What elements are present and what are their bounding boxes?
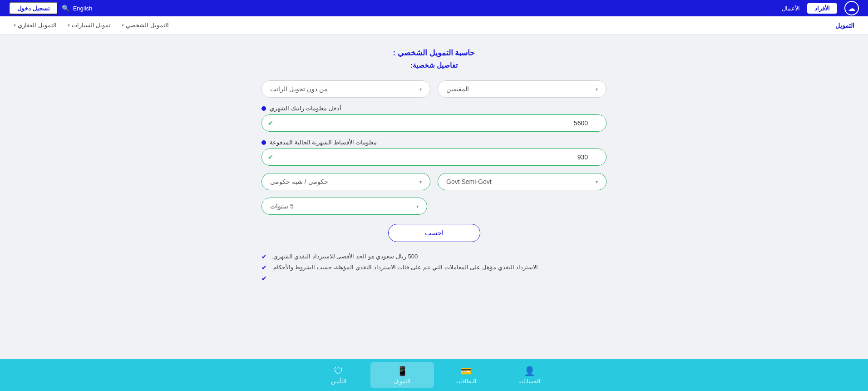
top-nav-left: English 🔍 تسجيل دخول [9, 2, 92, 15]
page-title: حاسبة التمويل الشخصي : [261, 48, 607, 58]
salary-dot [261, 106, 266, 111]
real-estate-financing-nav[interactable]: التمويل العقاري ▾ [14, 22, 57, 29]
chevron-sector-en: ▾ [596, 179, 598, 184]
salary-input[interactable] [261, 114, 607, 132]
sector-ar-field: ▾ حكومي / شبه حكومي [261, 173, 430, 190]
salary-transfer-dropdown[interactable]: ▾ من دون تحويل الراتب [261, 80, 430, 98]
note-item-3: ✔ [261, 275, 607, 282]
bottom-tab-insurance[interactable]: 🛡 التأمين [307, 362, 370, 388]
calculate-button[interactable]: احسب [388, 224, 480, 242]
salary-transfer-value: من دون تحويل الراتب [270, 85, 328, 93]
installments-input[interactable] [261, 148, 607, 166]
car-financing-nav[interactable]: تمويل السيارات ▾ [68, 22, 111, 29]
top-nav-right: ☁ الأفراد الأعمال [782, 1, 859, 15]
residency-dropdown[interactable]: ▾ المقيمين [438, 80, 607, 98]
installments-dot [261, 140, 266, 145]
residency-value: المقيمين [446, 85, 469, 93]
row-installments-input: معلومات الأقساط الشهرية الحالية المدفوعة… [261, 139, 607, 166]
salary-input-field: أدخل معلومات راتبك الشهري ✔ [261, 105, 607, 132]
bottom-tab-cards[interactable]: 💳 البطاقات [434, 362, 498, 388]
secondary-nav-items: التمويل الشخصي ▾ تمويل السيارات ▾ التموي… [14, 22, 169, 29]
salary-transfer-field: ▾ من دون تحويل الراتب [261, 80, 430, 98]
calc-btn-wrap: احسب [261, 224, 607, 242]
real-estate-financing-label: التمويل العقاري [18, 22, 57, 29]
form-container: حاسبة التمويل الشخصي : تفاصيل شخصية: ▾ ا… [261, 48, 607, 282]
cards-label: البطاقات [455, 378, 476, 385]
chevron-residency: ▾ [596, 87, 598, 92]
sector-en-field: ▾ Govt Semi-Govt [438, 173, 607, 190]
financing-tab-label: التمويل [394, 378, 410, 385]
sector-en-dropdown[interactable]: ▾ Govt Semi-Govt [438, 173, 607, 190]
sector-en-value: Govt Semi-Govt [446, 178, 492, 185]
residency-field: ▾ المقيمين [438, 80, 607, 98]
car-financing-label: تمويل السيارات [72, 22, 111, 29]
chevron-down-icon-3: ▾ [14, 23, 16, 28]
personal-financing-label: التمويل الشخصي [126, 22, 169, 29]
row-duration: ▾ 5 سنوات [261, 198, 607, 215]
insurance-label: التأمين [331, 378, 346, 385]
logo: ☁ [844, 1, 859, 15]
salary-label: أدخل معلومات راتبك الشهري [261, 105, 607, 112]
insurance-icon: 🛡 [334, 366, 343, 376]
top-nav: ☁ الأفراد الأعمال English 🔍 تسجيل دخول [0, 0, 868, 16]
sector-ar-dropdown[interactable]: ▾ حكومي / شبه حكومي [261, 173, 430, 190]
cards-icon: 💳 [460, 366, 472, 376]
chevron-down-icon-2: ▾ [68, 23, 70, 28]
installments-label: معلومات الأقساط الشهرية الحالية المدفوعة [261, 139, 607, 146]
row-residency-salary: ▾ المقيمين ▾ من دون تحويل الراتب [261, 80, 607, 98]
notes-section: 500 ريال سعودي هو الحد الأقصى للاسترداد … [261, 253, 607, 282]
duration-field: ▾ 5 سنوات [261, 198, 427, 215]
salary-input-wrap: ✔ [261, 114, 607, 132]
salary-check-icon: ✔ [268, 119, 273, 127]
row-sector: ▾ Govt Semi-Govt ▾ حكومي / شبه حكومي [261, 173, 607, 190]
accounts-icon: 👤 [524, 366, 535, 376]
bottom-bar: 👤 الحسابات 💳 البطاقات 📱 التمويل 🛡 التأمي… [0, 359, 868, 391]
language-button[interactable]: English [73, 5, 93, 12]
installments-label-text: معلومات الأقساط الشهرية الحالية المدفوعة [270, 139, 377, 146]
duration-value: 5 سنوات [270, 203, 294, 210]
section-subtitle: تفاصيل شخصية: [261, 61, 607, 69]
chevron-duration: ▾ [416, 204, 419, 209]
secondary-nav: التمويل التمويل الشخصي ▾ تمويل السيارات … [0, 16, 868, 35]
financing-label: التمويل [835, 22, 854, 29]
chevron-down-icon: ▾ [122, 23, 124, 28]
note-item-1: 500 ريال سعودي هو الحد الأقصى للاسترداد … [261, 253, 607, 260]
chevron-sector-ar: ▾ [419, 179, 422, 184]
search-icon[interactable]: 🔍 [62, 5, 69, 12]
bottom-tab-accounts[interactable]: 👤 الحسابات [498, 362, 561, 388]
bottom-tab-financing[interactable]: 📱 التمويل [370, 362, 434, 388]
note-item-2: الاسترداد النقدي مؤهل على المعاملات التي… [261, 264, 607, 271]
row-salary-input: أدخل معلومات راتبك الشهري ✔ [261, 105, 607, 132]
nav-individuals[interactable]: الأفراد [807, 3, 837, 14]
installments-input-wrap: ✔ [261, 148, 607, 166]
salary-label-text: أدخل معلومات راتبك الشهري [270, 105, 341, 112]
sector-ar-value: حكومي / شبه حكومي [270, 178, 328, 185]
logo-icon: ☁ [848, 4, 855, 13]
personal-financing-nav[interactable]: التمويل الشخصي ▾ [122, 22, 169, 29]
login-button[interactable]: تسجيل دخول [9, 2, 58, 15]
nav-business[interactable]: الأعمال [782, 5, 800, 12]
installments-input-field: معلومات الأقساط الشهرية الحالية المدفوعة… [261, 139, 607, 166]
note-check-3: ✔ [261, 275, 267, 282]
main-content: حاسبة التمويل الشخصي : تفاصيل شخصية: ▾ ا… [0, 35, 868, 299]
accounts-label: الحسابات [518, 378, 540, 385]
financing-icon: 📱 [397, 366, 408, 376]
note-check-1: ✔ [261, 253, 267, 260]
financing-main-label: التمويل [835, 21, 854, 30]
duration-dropdown[interactable]: ▾ 5 سنوات [261, 198, 427, 215]
installments-check-icon: ✔ [268, 153, 273, 161]
chevron-salary-transfer: ▾ [419, 87, 422, 92]
note-text-2: الاسترداد النقدي مؤهل على المعاملات التي… [271, 264, 538, 271]
note-text-1: 500 ريال سعودي هو الحد الأقصى للاسترداد … [271, 253, 418, 260]
note-check-2: ✔ [261, 264, 267, 271]
